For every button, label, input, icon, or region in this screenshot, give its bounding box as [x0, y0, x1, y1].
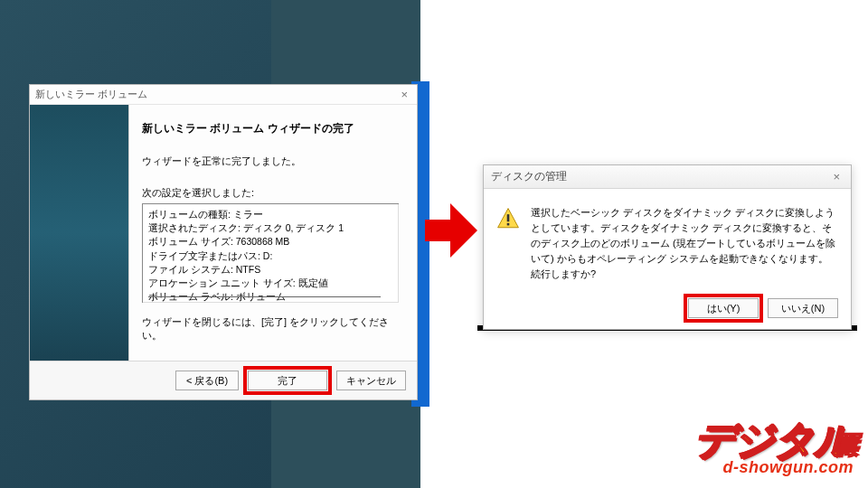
wizard-title: 新しいミラー ボリューム: [35, 88, 147, 101]
confirm-body: 選択したベーシック ディスクをダイナミック ディスクに変換しようとしています。デ…: [484, 189, 851, 293]
wizard-heading: 新しいミラー ボリューム ウィザードの完了: [142, 121, 399, 136]
finish-button[interactable]: 完了: [248, 371, 327, 390]
summary-line: ボリューム サイズ: 7630868 MB: [148, 235, 393, 249]
disk-management-confirm-dialog: ディスクの管理 × 選択したベーシック ディスクをダイナミック ディスクに変換し…: [483, 164, 852, 330]
confirm-title: ディスクの管理: [491, 169, 567, 184]
wizard-main-panel: 新しいミラー ボリューム ウィザードの完了 ウィザードを正常に完了しました。 次…: [129, 105, 417, 361]
confirm-message: 選択したベーシック ディスクをダイナミック ディスクに変換しようとしています。デ…: [531, 205, 836, 282]
wizard-titlebar[interactable]: 新しいミラー ボリューム ×: [30, 85, 417, 105]
summary-line: ボリュームの種類: ミラー: [148, 208, 393, 221]
confirm-titlebar[interactable]: ディスクの管理 ×: [484, 165, 851, 189]
cancel-button[interactable]: キャンセル: [336, 371, 406, 390]
summary-line: ファイル システム: NTFS: [148, 263, 393, 277]
wizard-body: 新しいミラー ボリューム ウィザードの完了 ウィザードを正常に完了しました。 次…: [30, 105, 417, 361]
summary-line: ドライブ文字またはパス: D:: [148, 249, 393, 263]
yes-button[interactable]: はい(Y): [688, 298, 759, 318]
close-icon[interactable]: ×: [397, 88, 411, 101]
no-button[interactable]: いいえ(N): [768, 298, 838, 318]
close-icon[interactable]: ×: [829, 170, 844, 183]
yes-button-highlight: はい(Y): [688, 298, 759, 318]
finish-button-highlight: 完了: [246, 369, 329, 392]
wizard-button-row: < 戻る(B) 完了 キャンセル: [30, 361, 417, 399]
wizard-selected-label: 次の設定を選択しました:: [142, 186, 399, 200]
summary-line: 選択されたディスク: ディスク 0, ディスク 1: [148, 221, 393, 235]
wizard-summary-list[interactable]: ボリュームの種類: ミラー 選択されたディスク: ディスク 0, ディスク 1 …: [142, 203, 399, 303]
summary-line: アロケーション ユニット サイズ: 既定値: [148, 277, 393, 290]
wizard-completed-text: ウィザードを正常に完了しました。: [142, 155, 399, 168]
wizard-sidebar-graphic: [30, 105, 129, 361]
warning-icon: [496, 207, 520, 230]
back-button[interactable]: < 戻る(B): [175, 371, 239, 390]
svg-rect-2: [507, 223, 510, 226]
arrow-icon: [425, 203, 479, 258]
svg-rect-1: [507, 214, 510, 221]
mirror-volume-wizard: 新しいミラー ボリューム × 新しいミラー ボリューム ウィザードの完了 ウィザ…: [29, 84, 418, 400]
summary-scrollbar-track[interactable]: [148, 296, 381, 297]
confirm-button-row: はい(Y) いいえ(N): [484, 293, 851, 329]
wizard-close-hint: ウィザードを閉じるには、[完了] をクリックしてください。: [142, 315, 399, 343]
